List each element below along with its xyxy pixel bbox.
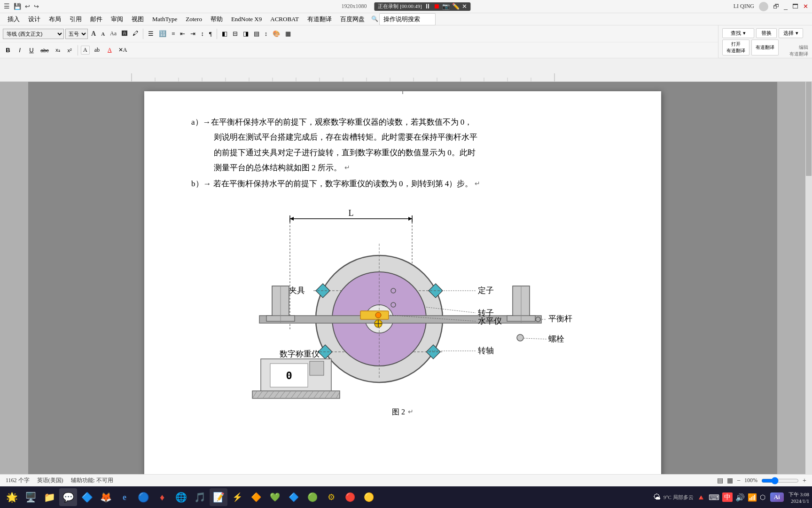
tray-icon-5[interactable]: 📶 [748,493,757,502]
font-size-selector[interactable]: 五号 [65,29,88,39]
font-color-pick[interactable]: 🅰 [120,30,129,38]
decrease-indent-btn[interactable]: ⇤ [178,30,187,38]
edit-btn[interactable]: ✏️ [452,3,460,10]
restore-btn[interactable]: 🗗 [773,3,779,10]
window-close-btn[interactable]: ✕ [803,3,808,10]
superscript-btn[interactable]: x² [64,45,75,56]
taskbar-icon-3[interactable]: 📁 [40,488,58,506]
taskbar-icon-16[interactable]: 🟢 [304,488,321,506]
menu-youdao[interactable]: 有道翻译 [304,14,336,25]
align-center-btn[interactable]: ⊟ [231,30,240,38]
shading-btn[interactable]: 🎨 [271,30,282,38]
taskbar-icon-13[interactable]: 🔶 [247,488,265,506]
highlight-color-btn[interactable]: ab [91,46,103,55]
taskbar-icon-12[interactable]: ⚡ [228,488,246,506]
quick-undo[interactable]: ↩ [25,3,30,10]
taskbar-icon-15[interactable]: 🔷 [285,488,303,506]
quick-redo[interactable]: ↪ [34,3,39,10]
highlight-btn[interactable]: 🖍 [131,30,140,38]
sort-btn[interactable]: ↕ [199,30,206,38]
menu-design[interactable]: 设计 [24,14,44,25]
menu-search-box[interactable]: 操作说明搜索 [379,13,436,25]
align-right-btn[interactable]: ◨ [241,30,250,38]
para-a-text2[interactable]: 则说明在测试平台搭建完成后，存在齿槽转矩。此时需要在保持平衡杆水平 [214,133,477,142]
maximize-btn[interactable]: 🗖 [792,3,798,10]
menu-review[interactable]: 审阅 [107,14,127,25]
border-btn[interactable]: ▦ [283,30,293,38]
para-a-text4[interactable]: 测量平台的总体结构就如图 2 所示。 [214,160,342,175]
zoom-out[interactable]: − [737,477,741,484]
menu-acrobat[interactable]: ACROBAT [266,14,303,24]
taskbar-icon-5[interactable]: 🔷 [78,488,96,506]
tray-icon-1[interactable]: 🔺 [696,493,706,502]
change-case-btn[interactable]: Aa [108,30,118,38]
taskbar-icon-18[interactable]: 🔴 [341,488,359,506]
para-b-text[interactable]: b）→ 若在平衡杆保持水平的前提下，数字称重仪的读数为 0，则转到第 4）步。 [191,176,473,191]
document-container[interactable]: a）→ 在平衡杆保持水平的前提下，观察数字称重仪器的读数，若其数值不为 0， 则… [0,82,805,486]
taskbar-icon-4[interactable]: 💬 [59,488,77,506]
underline-btn[interactable]: U [26,45,37,56]
avatar[interactable] [759,2,768,11]
font-grow-btn[interactable]: A [89,30,98,38]
document-page[interactable]: a）→ 在平衡杆保持水平的前提下，观察数字称重仪器的读数，若其数值不为 0， 则… [144,91,661,477]
strikethrough-btn[interactable]: abc [38,45,51,56]
tray-icon-6[interactable]: ⬡ [760,493,765,501]
subscript-btn[interactable]: x₂ [53,45,63,56]
menu-zotero[interactable]: Zotero [182,14,206,24]
zoom-in[interactable]: + [803,477,806,484]
menu-mail[interactable]: 邮件 [86,14,106,25]
line-spacing-btn[interactable]: ↕ [263,30,270,38]
justify-btn[interactable]: ▤ [252,30,261,38]
ai-button[interactable]: Ai [770,492,784,502]
menu-icon[interactable]: ☰ [4,2,10,10]
camera-btn[interactable]: 📷 [442,3,450,10]
menu-help[interactable]: 帮助 [207,14,226,25]
quick-save[interactable]: 💾 [14,3,21,10]
menu-mathtype[interactable]: MathType [148,14,181,24]
layout-toggle2[interactable]: ▦ [727,476,733,484]
taskbar-icon-17[interactable]: ⚙ [322,488,340,506]
taskbar-icon-2[interactable]: 🖥️ [22,488,39,506]
taskbar-icon-11[interactable]: 🎵 [191,488,209,506]
text-effects-btn[interactable]: A [81,46,90,55]
tray-icon-2[interactable]: ⌨ [709,493,719,502]
menu-view[interactable]: 视图 [128,14,148,25]
clear-format-btn[interactable]: ✕A [117,46,129,54]
multilevel-btn[interactable]: ≡ [170,30,177,38]
taskbar-icon-word[interactable]: 📝 [210,488,227,506]
bullets-btn[interactable]: ☰ [146,30,156,38]
font-color-btn[interactable]: A [104,46,115,55]
taskbar-icon-19[interactable]: 🟡 [360,488,378,506]
increase-indent-btn[interactable]: ⇥ [188,30,197,38]
stop-btn[interactable]: ⏹ [433,3,440,10]
taskbar-icon-10[interactable]: 🌐 [172,488,190,506]
menu-baidu[interactable]: 百度网盘 [336,14,368,25]
numbering-btn[interactable]: 🔢 [157,30,168,38]
taskbar-icon-9[interactable]: ♦ [153,488,171,506]
pause-btn[interactable]: ⏸ [424,3,431,10]
font-name-selector[interactable]: 等线 (西文正文) [3,29,64,39]
taskbar-icon-7[interactable]: e [116,488,133,506]
layout-toggle1[interactable]: ▤ [717,476,723,484]
menu-endnote[interactable]: EndNote X9 [227,14,265,24]
tray-icon-3[interactable]: 中 [722,492,733,502]
taskbar-icon-14[interactable]: 💚 [266,488,284,506]
italic-btn[interactable]: I [15,45,25,56]
show-marks-btn[interactable]: ¶ [207,30,214,38]
tray-icon-4[interactable]: 🔊 [735,493,745,502]
taskbar-icon-8[interactable]: 🔵 [134,488,152,506]
font-shrink-btn[interactable]: A [99,31,107,37]
taskbar-icon-1[interactable]: 🌟 [3,488,21,506]
menu-ref[interactable]: 引用 [66,14,86,25]
taskbar-icon-6[interactable]: 🦊 [97,488,115,506]
vertical-scrollbar[interactable] [805,82,812,486]
close-btn[interactable]: ✕ [462,3,467,10]
scrollbar-thumb[interactable] [806,82,812,176]
zoom-slider[interactable] [761,477,799,484]
para-a-text1[interactable]: 在平衡杆保持水平的前提下，观察数字称重仪器的读数，若其数值不为 0， [211,115,473,130]
para-a-text3[interactable]: 的前提下通过夹具对定子进行旋转，直到数字称重仪的数值显示为 0。此时 [214,148,476,157]
bold-btn[interactable]: B [3,45,13,56]
minimize-btn[interactable]: _ [784,2,788,11]
align-left-btn[interactable]: ◧ [220,30,229,38]
menu-insert[interactable]: 插入 [4,14,23,25]
